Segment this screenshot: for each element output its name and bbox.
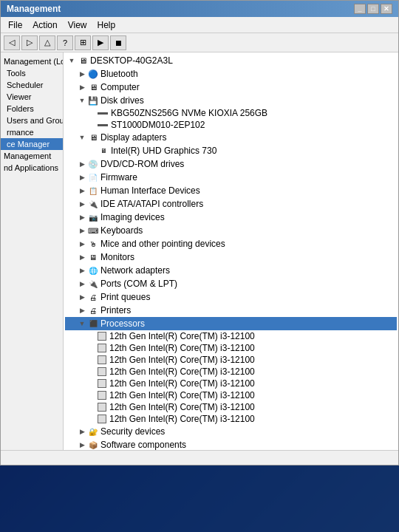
tree-root[interactable]: ▼ 🖥 DESKTOP-40G2A3L xyxy=(65,54,397,67)
tree-item-network[interactable]: ▶ 🌐 Network adapters xyxy=(65,264,397,277)
title-bar-text: Management xyxy=(7,4,61,14)
printqueues-label: Print queues xyxy=(100,292,150,302)
hid-label: Human Interface Devices xyxy=(100,185,200,196)
tree-item-bluetooth[interactable]: ▶ 🔵 Bluetooth xyxy=(65,67,397,81)
sidebar-item-scheduler[interactable]: Scheduler xyxy=(1,79,63,91)
sidebar-item-viewer[interactable]: Viewer xyxy=(1,91,63,103)
tree-item-cpu4[interactable]: 12th Gen Intel(R) Core(TM) i3-12100 xyxy=(65,366,397,378)
spacer-cpu7 xyxy=(87,402,98,412)
toolbar-btn-1[interactable]: ◁ xyxy=(4,35,20,50)
root-label: DESKTOP-40G2A3L xyxy=(90,55,173,66)
tree-item-display[interactable]: ▼ 🖥 Display adapters xyxy=(65,131,397,144)
tree-item-cpu8[interactable]: 12th Gen Intel(R) Core(TM) i3-12100 xyxy=(65,413,397,425)
hid-icon: 📋 xyxy=(87,185,99,197)
sidebar-item-folders[interactable]: Folders xyxy=(1,103,63,115)
firmware-icon: 📄 xyxy=(87,171,99,183)
tree-item-cpu7[interactable]: 12th Gen Intel(R) Core(TM) i3-12100 xyxy=(65,401,397,413)
tree-item-cpu1[interactable]: 12th Gen Intel(R) Core(TM) i3-12100 xyxy=(65,330,397,342)
tree-item-cpu3[interactable]: 12th Gen Intel(R) Core(TM) i3-12100 xyxy=(65,354,397,366)
tree-item-gpu[interactable]: 🖥 Intel(R) UHD Graphics 730 xyxy=(65,144,397,157)
tree-item-processors[interactable]: ▼ ⬛ Processors xyxy=(65,317,397,330)
processors-icon: ⬛ xyxy=(87,318,99,330)
swcomp-icon: 📦 xyxy=(87,439,99,450)
expand-processors-icon: ▼ xyxy=(77,318,87,329)
tree-item-cpu5[interactable]: 12th Gen Intel(R) Core(TM) i3-12100 xyxy=(65,378,397,389)
tree-item-keyboards[interactable]: ▶ ⌨ Keyboards xyxy=(65,224,397,237)
diskdrives-label: Disk drives xyxy=(100,95,144,106)
tree-item-security[interactable]: ▶ 🔐 Security devices xyxy=(65,425,397,438)
menu-help[interactable]: Help xyxy=(93,18,120,32)
toolbar-btn-3[interactable]: △ xyxy=(39,35,55,50)
tree-item-ports[interactable]: ▶ 🔌 Ports (COM & LPT) xyxy=(65,277,397,290)
sidebar-item-performance[interactable]: rmance xyxy=(1,126,63,138)
sidebar-item-device-manager[interactable]: ce Manager xyxy=(1,138,63,150)
tree-item-computer[interactable]: ▶ 🖥 Computer xyxy=(65,81,397,94)
expand-monitors-icon: ▶ xyxy=(77,252,87,262)
security-icon: 🔐 xyxy=(87,426,99,437)
tree-item-mice[interactable]: ▶ 🖱 Mice and other pointing devices xyxy=(65,237,397,250)
tree-item-hid[interactable]: ▶ 📋 Human Interface Devices xyxy=(65,184,397,197)
menu-view[interactable]: View xyxy=(64,18,92,32)
expand-mice-icon: ▶ xyxy=(77,239,87,249)
window-controls: _ □ ✕ xyxy=(354,4,392,14)
cpu-list: 12th Gen Intel(R) Core(TM) i3-12100 12th… xyxy=(65,330,397,425)
tree-item-printers[interactable]: ▶ 🖨 Printers xyxy=(65,304,397,317)
firmware-label: Firmware xyxy=(100,172,137,183)
tree-item-disk1[interactable]: KBG50ZNS256G NVMe KIOXIA 256GB xyxy=(65,107,397,119)
expand-computer-icon: ▶ xyxy=(77,82,87,92)
imaging-label: Imaging devices xyxy=(100,212,165,222)
tree-item-firmware[interactable]: ▶ 📄 Firmware xyxy=(65,171,397,184)
mice-label: Mice and other pointing devices xyxy=(100,239,225,249)
cpu8-icon xyxy=(98,415,106,423)
cpu4-icon xyxy=(98,367,106,376)
cpu8-label: 12th Gen Intel(R) Core(TM) i3-12100 xyxy=(109,414,255,424)
tree-item-imaging[interactable]: ▶ 📷 Imaging devices xyxy=(65,211,397,224)
menu-action[interactable]: Action xyxy=(28,18,61,32)
spacer-cpu1 xyxy=(87,331,98,341)
expand-disk-icon: ▼ xyxy=(77,95,87,106)
toolbar-btn-4[interactable]: ⊞ xyxy=(75,35,91,50)
monitors-label: Monitors xyxy=(100,252,134,262)
tree-item-dvd[interactable]: ▶ 💿 DVD/CD-ROM drives xyxy=(65,157,397,171)
sidebar-item-management[interactable]: Management (Local xyxy=(1,55,63,67)
expand-swcomp-icon: ▶ xyxy=(77,440,87,450)
processors-label: Processors xyxy=(100,318,145,329)
toolbar-btn-help[interactable]: ? xyxy=(57,35,73,50)
taskbar xyxy=(0,466,399,532)
ide-label: IDE ATA/ATAPI controllers xyxy=(100,199,203,209)
toolbar-btn-5[interactable]: ▶ xyxy=(92,35,109,50)
maximize-button[interactable]: □ xyxy=(367,4,379,14)
toolbar-btn-6[interactable]: ⏹ xyxy=(110,35,126,50)
tree-item-printqueues[interactable]: ▶ 🖨 Print queues xyxy=(65,290,397,304)
toolbar-btn-2[interactable]: ▷ xyxy=(21,35,38,50)
display-icon: 🖥 xyxy=(87,132,99,143)
tree-item-cpu2[interactable]: 12th Gen Intel(R) Core(TM) i3-12100 xyxy=(65,342,397,354)
tree-item-monitors[interactable]: ▶ 🖥 Monitors xyxy=(65,250,397,264)
expand-root-icon: ▼ xyxy=(66,55,77,66)
menu-file[interactable]: File xyxy=(4,18,27,32)
tree-item-softwarecomponents[interactable]: ▶ 📦 Software components xyxy=(65,438,397,450)
device-tree[interactable]: ▼ 🖥 DESKTOP-40G2A3L ▶ 🔵 Bluetooth ▶ 🖥 Co… xyxy=(64,52,398,450)
spacer-cpu3 xyxy=(87,355,98,365)
cpu5-icon xyxy=(98,379,106,388)
drive2-icon xyxy=(98,124,108,126)
tree-item-diskdrives[interactable]: ▼ 💾 Disk drives xyxy=(65,94,397,107)
sidebar-item-tools[interactable]: Tools xyxy=(1,67,63,79)
sidebar-item-applications[interactable]: nd Applications xyxy=(1,162,63,174)
bluetooth-label: Bluetooth xyxy=(100,69,138,79)
tree-item-cpu6[interactable]: 12th Gen Intel(R) Core(TM) i3-12100 xyxy=(65,389,397,401)
tree-item-ide[interactable]: ▶ 🔌 IDE ATA/ATAPI controllers xyxy=(65,197,397,211)
minimize-button[interactable]: _ xyxy=(354,4,366,14)
imaging-icon: 📷 xyxy=(87,211,99,223)
expand-firmware-icon: ▶ xyxy=(77,172,87,183)
close-button[interactable]: ✕ xyxy=(381,4,392,14)
menu-bar: File Action View Help xyxy=(1,17,398,33)
tree-item-disk2[interactable]: ST1000DM010-2EP102 xyxy=(65,119,397,131)
printers-icon: 🖨 xyxy=(87,304,99,316)
sidebar-item-mgmt2[interactable]: Management xyxy=(1,150,63,162)
disk2-spacer xyxy=(87,120,98,130)
sidebar-item-users[interactable]: Users and Groups xyxy=(1,115,63,126)
gpu-icon: 🖥 xyxy=(98,145,109,157)
expand-printqueues-icon: ▶ xyxy=(77,292,87,302)
keyboard-icon: ⌨ xyxy=(87,225,99,236)
